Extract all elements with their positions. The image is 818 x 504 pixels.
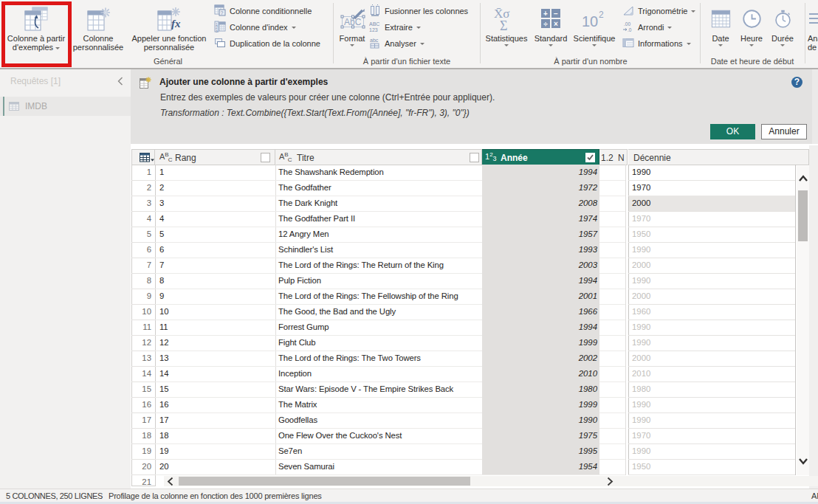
- svg-text:abc: abc: [370, 38, 379, 43]
- svg-text:10: 10: [582, 13, 598, 30]
- svg-text:÷: ÷: [543, 20, 548, 28]
- svg-text:ABC: ABC: [369, 21, 379, 27]
- svg-text:123: 123: [369, 27, 378, 32]
- svg-text:2: 2: [599, 10, 604, 20]
- svg-text:fx: fx: [171, 18, 181, 30]
- svg-text:−: −: [554, 10, 558, 18]
- svg-text:Σ: Σ: [500, 18, 507, 32]
- svg-text:.00: .00: [624, 21, 630, 27]
- svg-text:?: ?: [221, 10, 224, 15]
- svg-text:×: ×: [554, 20, 558, 28]
- svg-text:+: +: [543, 10, 548, 18]
- svg-text:.0: .0: [628, 27, 632, 32]
- svg-text:3: 3: [216, 29, 218, 33]
